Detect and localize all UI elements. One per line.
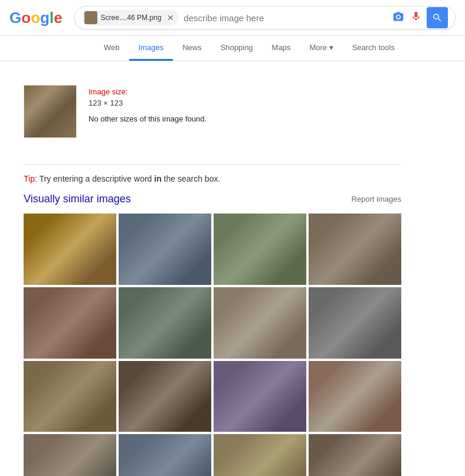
search-bar[interactable]: Scree....46 PM.png ✕ xyxy=(74,6,456,29)
nav-images[interactable]: Images xyxy=(129,36,173,61)
microphone-icon[interactable] xyxy=(410,11,422,25)
similar-image-13[interactable] xyxy=(24,434,116,476)
camera-icon[interactable] xyxy=(392,11,404,25)
logo-letter-o1: o xyxy=(21,9,31,27)
no-sizes-text: No other sizes of this image found. xyxy=(89,114,207,123)
similar-image-15[interactable] xyxy=(214,434,306,476)
nav-more[interactable]: More ▾ xyxy=(300,36,342,61)
section-divider xyxy=(24,164,401,165)
image-info-section: Image size: 123 × 123 No other sizes of … xyxy=(24,73,401,150)
image-grid-row-4: 6 days ago xyxy=(24,434,401,476)
tip-message: Try entering a descriptive word in the s… xyxy=(39,174,220,183)
similar-image-1[interactable] xyxy=(24,214,116,285)
search-input[interactable] xyxy=(184,13,388,23)
similar-image-12[interactable] xyxy=(309,361,401,432)
nav-web[interactable]: Web xyxy=(94,36,129,61)
logo-letter-e: e xyxy=(54,9,62,27)
query-image-thumbnail xyxy=(24,85,77,138)
similar-images-title[interactable]: Visually similar images xyxy=(24,193,131,205)
image-grid-row-2 xyxy=(24,287,401,359)
search-icons xyxy=(392,11,422,25)
tip-label: Tip: xyxy=(24,174,37,183)
similar-images-header: Visually similar images Report images xyxy=(24,193,401,205)
logo-letter-o2: o xyxy=(31,9,40,27)
image-size-value: 123 × 123 xyxy=(89,99,207,107)
google-logo[interactable]: Google xyxy=(9,9,63,27)
search-button[interactable] xyxy=(427,7,448,28)
tip-text: Tip: Try entering a descriptive word in … xyxy=(24,174,401,183)
nav-search-tools[interactable]: Search tools xyxy=(343,36,404,61)
similar-image-16[interactable]: 6 days ago xyxy=(309,434,401,476)
main-content: Image size: 123 × 123 No other sizes of … xyxy=(0,61,425,476)
chip-close-button[interactable]: ✕ xyxy=(167,13,174,22)
similar-image-4[interactable] xyxy=(309,214,401,285)
similar-image-3[interactable] xyxy=(214,214,306,285)
similar-image-5[interactable] xyxy=(24,287,116,359)
similar-image-8[interactable] xyxy=(309,287,401,359)
report-images-link[interactable]: Report images xyxy=(351,195,401,203)
image-size-label: Image size: xyxy=(89,87,127,96)
logo-letter-g2: g xyxy=(40,9,50,27)
nav-maps[interactable]: Maps xyxy=(263,36,300,61)
image-metadata: Image size: 123 × 123 No other sizes of … xyxy=(89,85,207,138)
logo-letter-g: G xyxy=(9,9,21,27)
nav-bar: Web Images News Shopping Maps More ▾ Sea… xyxy=(0,36,465,61)
similar-image-7[interactable] xyxy=(214,287,306,359)
chip-filename: Scree....46 PM.png xyxy=(101,14,162,22)
similar-image-2[interactable] xyxy=(119,214,211,285)
nav-shopping[interactable]: Shopping xyxy=(211,36,263,61)
image-grid-row-1 xyxy=(24,214,401,285)
chip-thumbnail xyxy=(84,11,97,24)
similar-image-11[interactable] xyxy=(214,361,306,432)
search-chip[interactable]: Scree....46 PM.png ✕ xyxy=(82,10,179,25)
nav-news[interactable]: News xyxy=(173,36,211,61)
header: Google Scree....46 PM.png ✕ xyxy=(0,0,465,36)
image-grid-row-3 xyxy=(24,361,401,432)
similar-image-9[interactable] xyxy=(24,361,116,432)
similar-image-14[interactable] xyxy=(119,434,211,476)
query-image-preview xyxy=(24,86,76,137)
similar-image-6[interactable] xyxy=(119,287,211,359)
similar-image-10[interactable] xyxy=(119,361,211,432)
